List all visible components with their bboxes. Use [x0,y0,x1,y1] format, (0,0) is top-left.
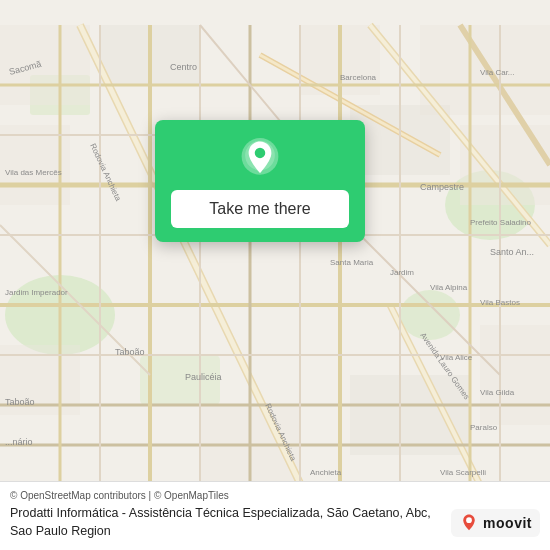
moovit-pin-icon [459,513,479,533]
map-container: Sacomã Centro Barcelona Vila Car... Vila… [0,0,550,550]
svg-text:...nário: ...nário [5,437,33,447]
moovit-label: moovit [483,515,532,531]
svg-text:Taboão: Taboão [5,397,35,407]
svg-rect-16 [480,325,550,425]
svg-point-44 [255,148,266,159]
location-card: Take me there [155,120,365,242]
svg-text:Santo An...: Santo An... [490,247,534,257]
svg-text:Anchieta: Anchieta [310,468,342,477]
svg-text:Jardim: Jardim [390,268,414,277]
svg-text:Prefeito Saladino: Prefeito Saladino [470,218,531,227]
svg-text:Vila Bastos: Vila Bastos [480,298,520,307]
svg-point-3 [400,290,460,340]
moovit-badge: moovit [451,509,540,537]
map-roads: Sacomã Centro Barcelona Vila Car... Vila… [0,0,550,550]
svg-text:Paralso: Paralso [470,423,498,432]
svg-text:Santa Maria: Santa Maria [330,258,374,267]
svg-text:Barcelona: Barcelona [340,73,377,82]
svg-text:Vila Car...: Vila Car... [480,68,515,77]
svg-text:Campestre: Campestre [420,182,464,192]
svg-text:Vila Alpina: Vila Alpina [430,283,468,292]
svg-text:Paulicéia: Paulicéia [185,372,222,382]
map-attribution: © OpenStreetMap contributors | © OpenMap… [10,490,540,501]
location-name: Prodatti Informática - Assistência Técni… [10,505,441,540]
bottom-bar: © OpenStreetMap contributors | © OpenMap… [0,481,550,550]
svg-text:Jardim Imperador: Jardim Imperador [5,288,68,297]
take-me-there-button[interactable]: Take me there [171,190,349,228]
svg-text:Vila das Mercês: Vila das Mercês [5,168,62,177]
location-info: Prodatti Informática - Assistência Técni… [10,505,540,540]
svg-rect-15 [350,375,470,455]
map-pin-icon [239,138,281,180]
svg-point-45 [466,517,472,523]
svg-text:Centro: Centro [170,62,197,72]
svg-text:Vila Gilda: Vila Gilda [480,388,515,397]
svg-text:Vila Scarpelli: Vila Scarpelli [440,468,486,477]
svg-text:Taboão: Taboão [115,347,145,357]
